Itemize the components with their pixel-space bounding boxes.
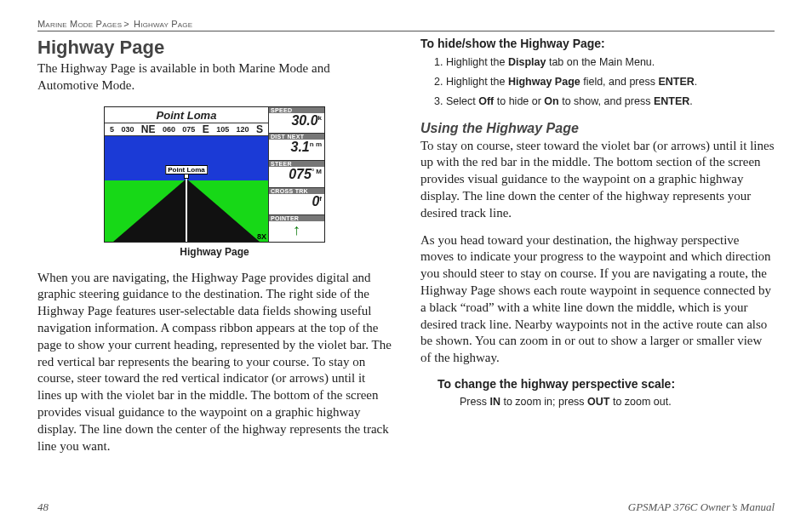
fig-title: Point Loma: [105, 109, 268, 122]
breadcrumb-sep: >: [123, 19, 129, 29]
fig-highway-view: Point Loma 8X: [105, 136, 268, 242]
page-footer: 48 GPSMAP 376C Owner’s Manual: [37, 500, 775, 514]
fig-cell-steer: STEER 075° M: [269, 161, 324, 188]
right-para-2: As you head toward your destination, the…: [420, 232, 775, 367]
proc-step-1: Highlight the Display tab on the Main Me…: [446, 55, 775, 70]
proc-step-3: Select Off to hide or On to show, and pr…: [446, 94, 775, 109]
breadcrumb-b: Highway Page: [134, 19, 192, 29]
manual-title: GPSMAP 376C Owner’s Manual: [628, 500, 775, 514]
procedure-scale-head: To change the highway perspective scale:: [437, 377, 775, 391]
fig-compass-ribbon: 5 030 NE 060 075 E 105 120 S: [105, 123, 268, 136]
right-column: To hide/show the Highway Page: Highlight…: [420, 37, 775, 465]
right-para-1: To stay on course, steer toward the viol…: [420, 138, 775, 222]
fig-cell-pointer: POINTER ↑: [269, 215, 324, 242]
procedure-hide-show-head: To hide/show the Highway Page:: [420, 37, 775, 50]
page-title: Highway Page: [37, 37, 392, 59]
fig-cell-dist-next: DIST NEXT 3.1n m: [269, 134, 324, 161]
intro-paragraph: The Highway Page is available in both Ma…: [37, 60, 392, 94]
procedure-scale: To change the highway perspective scale:…: [437, 377, 775, 408]
figure-highway-page: Point Loma 5 030 NE 060 075 E 105 120 S: [37, 106, 392, 258]
left-main-paragraph: When you are navigating, the Highway Pag…: [37, 270, 392, 455]
left-column: Highway Page The Highway Page is availab…: [37, 37, 392, 465]
fig-waypoint-label: Point Loma: [165, 165, 208, 174]
fig-zoom-level: 8X: [257, 232, 266, 241]
subhead-using-highway: Using the Highway Page: [420, 121, 775, 136]
breadcrumb: Marine Mode Pages> Highway Page: [37, 19, 775, 31]
procedure-hide-show-list: Highlight the Display tab on the Main Me…: [446, 55, 775, 109]
page-number: 48: [37, 500, 49, 514]
fig-cell-speed: SPEED 30.0k: [269, 107, 324, 134]
figure-screenshot: Point Loma 5 030 NE 060 075 E 105 120 S: [104, 106, 325, 243]
breadcrumb-a: Marine Mode Pages: [37, 19, 122, 29]
proc-step-2: Highlight the Highway Page field, and pr…: [446, 75, 775, 89]
fig-cell-cross-trk: CROSS TRK 0f: [269, 188, 324, 215]
procedure-scale-line: Press IN to zoom in; press OUT to zoom o…: [460, 396, 775, 408]
pointer-arrow-icon: ↑: [272, 222, 322, 237]
figure-caption: Highway Page: [180, 246, 249, 258]
fig-data-fields: SPEED 30.0k DIST NEXT 3.1n m STEER 075° …: [268, 107, 324, 242]
